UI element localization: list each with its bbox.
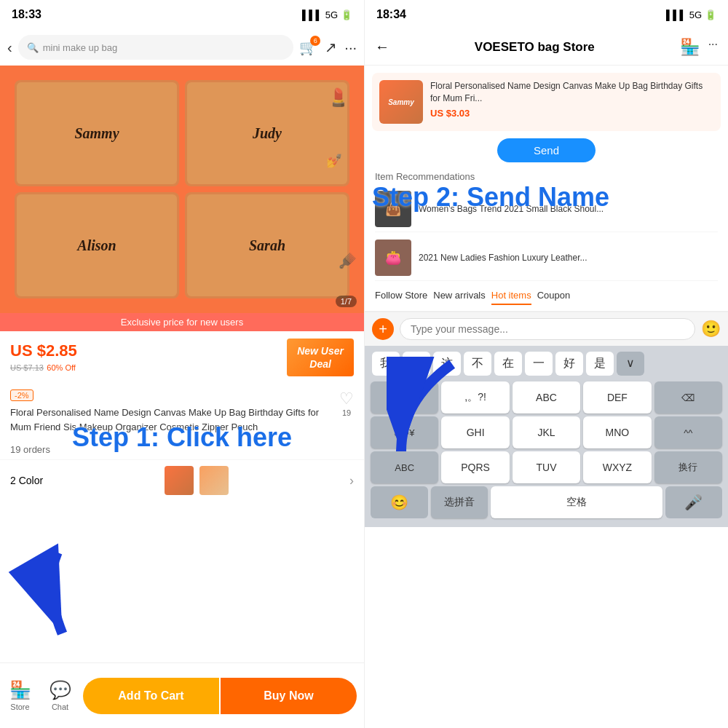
status-time-left: 18:33: [12, 8, 41, 21]
keyboard-area: 我 你 这 不 在 一 好 是 ∨ 123 ,。?! ABC DEF ⌫ #@¥…: [365, 346, 728, 527]
product-card-text: Floral Personalised Name Design Canvas M…: [430, 80, 713, 119]
price-info: US $2.85 US $7.13 60% Off: [10, 341, 77, 373]
cart-icon[interactable]: 🛒 6: [299, 39, 317, 56]
quick-key-wo[interactable]: 我: [372, 352, 400, 376]
quick-key-hao[interactable]: 好: [555, 352, 583, 376]
store-shop-icon[interactable]: 🏪: [680, 38, 700, 57]
product-thumb: Sammy: [379, 80, 423, 124]
status-icons-left: ▌▌▌ 5G 🔋: [302, 9, 352, 20]
heart-icon: ♡: [339, 389, 354, 408]
kb-pinyin-btn[interactable]: 选拼音: [431, 486, 488, 518]
signal-icon-left: ▌▌▌: [302, 9, 323, 20]
buy-now-button[interactable]: Buy Now: [221, 678, 357, 714]
back-button-right[interactable]: ←: [375, 39, 389, 55]
rec-thumb-2: 👛: [375, 240, 411, 276]
rec-title-2: 2021 New Ladies Fashion Luxury Leather..…: [419, 252, 587, 264]
kb-wxyz[interactable]: WXYZ: [583, 451, 651, 483]
chat-nav-item[interactable]: 💬 Chat: [40, 663, 80, 728]
chat-header: ← VOESETO bag Store 🏪 ···: [365, 29, 728, 66]
quick-key-yi[interactable]: 一: [525, 352, 553, 376]
tab-follow-store[interactable]: Follow Store: [375, 287, 427, 305]
quick-key-zai[interactable]: 在: [494, 352, 522, 376]
network-type-left: 5G: [325, 9, 338, 20]
bottom-bar-left: 🏪 Store 💬 Chat Add To Cart Buy Now: [0, 662, 364, 728]
quick-key-ni[interactable]: 你: [403, 352, 430, 376]
plus-button[interactable]: +: [372, 318, 394, 340]
share-icon[interactable]: ↗: [325, 39, 337, 56]
kb-abc[interactable]: ABC: [513, 381, 580, 414]
price-original-row: US $7.13 60% Off: [10, 360, 77, 373]
battery-icon-right: 🔋: [705, 9, 716, 20]
bag-grid: Sammy Judy Alison Sarah: [0, 66, 364, 313]
chat-store-tabs: Follow Store New arrivals Hot items Coup…: [365, 281, 728, 312]
kb-row-2: #@¥ GHI JKL MNO ^^: [371, 416, 722, 448]
product-tag-row: -2%: [10, 389, 333, 401]
store-nav-item[interactable]: 🏪 Store: [0, 663, 40, 728]
kb-mic-btn[interactable]: 🎤: [665, 486, 723, 518]
status-bar-right: 18:34 ▌▌▌ 5G 🔋: [365, 0, 728, 29]
emoji-button[interactable]: 🙂: [701, 320, 721, 339]
cart-badge: 6: [310, 36, 320, 46]
discount-tag: -2%: [10, 389, 33, 401]
kb-def[interactable]: DEF: [583, 381, 651, 414]
quick-key-shi[interactable]: 是: [586, 352, 614, 376]
heart-area[interactable]: ♡ 19: [339, 389, 354, 417]
tab-coupon[interactable]: Coupon: [537, 287, 571, 305]
chat-label: Chat: [52, 703, 68, 711]
search-icon: 🔍: [27, 42, 39, 53]
keyboard-quick-row: 我 你 这 不 在 一 好 是 ∨: [368, 352, 725, 381]
price-row: US $2.85 US $7.13 60% Off New UserDeal: [0, 331, 364, 384]
kb-jkl[interactable]: JKL: [513, 416, 580, 448]
kb-123[interactable]: 123: [371, 381, 438, 414]
message-input[interactable]: [400, 318, 695, 340]
kb-emoji-btn[interactable]: 😊: [371, 486, 428, 518]
kb-row-1: 123 ,。?! ABC DEF ⌫: [371, 381, 722, 414]
store-label: Store: [10, 703, 29, 711]
kb-caps[interactable]: ^^: [654, 416, 722, 448]
add-to-cart-button[interactable]: Add To Cart: [83, 678, 219, 714]
more-icon-right[interactable]: ···: [708, 38, 718, 57]
rec-title-1: Women's Bags Trend 2021 Small Black Shou…: [419, 203, 604, 215]
color-row: 2 Color ›: [0, 459, 364, 501]
color-chevron-icon[interactable]: ›: [349, 473, 354, 488]
rec-bag-icon-2: 👛: [385, 250, 401, 266]
makeup-decor-2: 🪮: [339, 252, 357, 269]
tab-new-arrivals[interactable]: New arrivals: [433, 287, 486, 305]
tab-hot-items[interactable]: Hot items: [491, 287, 531, 305]
keyboard-rows: 123 ,。?! ABC DEF ⌫ #@¥ GHI JKL MNO ^^ AB…: [368, 381, 725, 483]
kb-return[interactable]: 换行: [654, 451, 722, 483]
arrow-to-chat: [4, 531, 128, 660]
search-input-box[interactable]: 🔍 mini make up bag: [18, 35, 294, 60]
keyboard-expand-btn[interactable]: ∨: [617, 352, 644, 376]
color-swatch-2[interactable]: [199, 466, 229, 495]
chat-title: VOESETO bag Store: [389, 40, 680, 55]
kb-symbols[interactable]: #@¥: [371, 416, 438, 448]
kb-mno[interactable]: MNO: [583, 416, 651, 448]
left-panel: 18:33 ▌▌▌ 5G 🔋 ‹ 🔍 mini make up bag 🛒 6 …: [0, 0, 364, 728]
back-button-left[interactable]: ‹: [7, 39, 12, 56]
kb-tuv[interactable]: TUV: [513, 451, 580, 483]
makeup-decor-3: 💅: [326, 153, 342, 169]
kb-backspace[interactable]: ⌫: [654, 381, 722, 414]
product-title: Floral Personalised Name Design Canvas M…: [10, 407, 319, 432]
rec-item-2[interactable]: 👛 2021 New Ladies Fashion Luxury Leather…: [375, 235, 718, 281]
more-icon-left[interactable]: ···: [344, 39, 357, 56]
product-info: ♡ 19 -2% Floral Personalised Name Design…: [0, 384, 364, 440]
network-type-right: 5G: [689, 9, 702, 20]
quick-key-bu[interactable]: 不: [464, 352, 491, 376]
color-swatch-1[interactable]: [165, 466, 194, 495]
search-text: mini make up bag: [43, 42, 118, 53]
price-main: US $2.85: [10, 341, 77, 360]
kb-punct[interactable]: ,。?!: [441, 381, 509, 414]
product-card-chat[interactable]: Sammy Floral Personalised Name Design Ca…: [372, 73, 721, 131]
quick-key-zhe[interactable]: 这: [433, 352, 461, 376]
kb-space-btn[interactable]: 空格: [491, 486, 662, 518]
rec-item-1[interactable]: 👜 Women's Bags Trend 2021 Small Black Sh…: [375, 186, 718, 232]
right-panel: 18:34 ▌▌▌ 5G 🔋 ← VOESETO bag Store 🏪 ···…: [364, 0, 728, 728]
signal-icon-right: ▌▌▌: [666, 9, 687, 20]
kb-ghi[interactable]: GHI: [441, 416, 509, 448]
kb-abc2[interactable]: ABC: [371, 451, 438, 483]
kb-pqrs[interactable]: PQRS: [441, 451, 509, 483]
battery-icon-left: 🔋: [341, 9, 352, 20]
send-button[interactable]: Send: [497, 138, 596, 162]
